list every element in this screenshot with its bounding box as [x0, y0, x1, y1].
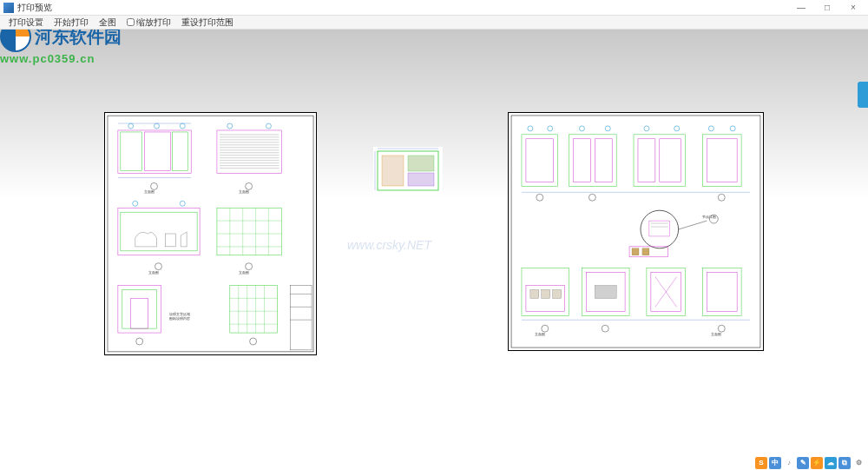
svg-rect-37: [165, 234, 175, 247]
svg-point-33: [246, 182, 253, 189]
svg-rect-35: [118, 208, 200, 255]
brand-url: www.pc0359.cn: [0, 52, 122, 65]
svg-rect-104: [642, 248, 649, 255]
maximize-button[interactable]: □: [819, 2, 835, 14]
drawing-sheet-center: [373, 147, 443, 195]
svg-point-66: [250, 338, 257, 345]
svg-point-122: [718, 325, 725, 332]
tray-icon-1[interactable]: ♪: [783, 457, 795, 469]
menu-full-view[interactable]: 全图: [94, 17, 122, 29]
svg-rect-86: [638, 139, 655, 182]
svg-rect-52: [118, 286, 161, 334]
svg-rect-6: [121, 132, 142, 171]
svg-rect-96: [649, 221, 670, 236]
menubar: 打印设置 开始打印 全图 缩放打印 重设打印范围: [0, 16, 868, 30]
menu-zoom-print[interactable]: 缩放打印: [122, 17, 176, 29]
menu-start-print[interactable]: 开始打印: [49, 17, 94, 29]
svg-line-99: [679, 221, 707, 229]
svg-rect-116: [647, 268, 686, 316]
svg-rect-121: [707, 273, 737, 312]
svg-text:立面图: 立面图: [535, 332, 545, 336]
tray-icon-6[interactable]: ⚙: [852, 457, 865, 469]
brand-text: 河东软件园: [35, 30, 122, 49]
svg-point-11: [128, 123, 134, 129]
svg-rect-5: [118, 130, 191, 174]
svg-point-82: [579, 126, 584, 131]
svg-rect-103: [632, 248, 639, 255]
svg-rect-73: [511, 116, 760, 348]
svg-text:立面图: 立面图: [711, 332, 721, 336]
svg-line-119: [655, 277, 677, 308]
svg-rect-16: [217, 130, 281, 174]
svg-rect-81: [595, 139, 612, 182]
tray-icon-2[interactable]: ✎: [797, 457, 809, 469]
svg-point-32: [266, 123, 271, 129]
side-tab[interactable]: [858, 82, 868, 108]
svg-rect-106: [526, 286, 565, 312]
svg-point-100: [709, 215, 718, 223]
svg-point-39: [180, 201, 185, 206]
tray-icon-5[interactable]: ⧉: [838, 457, 851, 469]
svg-point-13: [180, 123, 185, 129]
svg-rect-108: [542, 290, 550, 299]
svg-text:立面图: 立面图: [148, 270, 159, 275]
svg-text:说明文字区域: 说明文字区域: [169, 312, 190, 316]
tray-icon-3[interactable]: ⚡: [811, 457, 823, 469]
svg-rect-70: [408, 173, 434, 186]
svg-rect-105: [522, 268, 569, 316]
svg-rect-85: [634, 135, 686, 187]
svg-rect-42: [217, 208, 281, 255]
app-icon: [3, 3, 14, 13]
zoom-print-checkbox[interactable]: [127, 18, 135, 26]
svg-rect-113: [586, 273, 625, 312]
svg-point-110: [542, 325, 549, 332]
taskbar: S 中 ♪ ✎ ⚡ ☁ ⧉ ⚙: [752, 455, 868, 470]
svg-rect-8: [172, 132, 187, 171]
svg-rect-90: [702, 135, 741, 187]
svg-rect-67: [378, 151, 438, 190]
minimize-button[interactable]: —: [793, 2, 809, 14]
svg-rect-74: [522, 135, 558, 187]
svg-rect-58: [230, 286, 278, 334]
svg-point-89: [674, 126, 680, 131]
svg-point-88: [644, 126, 649, 131]
svg-point-38: [133, 201, 138, 206]
svg-point-77: [548, 126, 553, 131]
window-controls: — □ ×: [793, 2, 865, 14]
svg-point-83: [605, 126, 610, 131]
svg-rect-36: [121, 212, 197, 251]
svg-point-14: [151, 182, 158, 189]
svg-text:图纸说明内容: 图纸说明内容: [169, 316, 190, 321]
svg-point-78: [536, 194, 543, 201]
svg-point-94: [718, 194, 725, 201]
menu-reset-area[interactable]: 重设打印范围: [176, 17, 239, 29]
svg-point-84: [589, 194, 595, 201]
close-button[interactable]: ×: [845, 2, 861, 14]
svg-line-118: [655, 277, 677, 308]
window-title: 打印预览: [17, 2, 793, 14]
svg-point-50: [246, 263, 253, 270]
svg-point-93: [730, 126, 735, 131]
svg-rect-68: [382, 156, 404, 186]
svg-rect-109: [553, 290, 562, 299]
menu-print-settings[interactable]: 打印设置: [3, 17, 49, 29]
svg-text:立面图: 立面图: [239, 270, 249, 275]
svg-rect-102: [629, 247, 668, 257]
svg-rect-80: [574, 139, 591, 182]
canvas-area[interactable]: 河东软件园 www.pc0359.cn www.crsky.NET: [0, 30, 868, 455]
svg-text:立面图: 立面图: [144, 189, 155, 194]
svg-rect-91: [707, 139, 737, 182]
svg-rect-54: [131, 298, 148, 328]
tray-icon-4[interactable]: ☁: [825, 457, 837, 469]
svg-rect-112: [582, 268, 629, 316]
ime-icon[interactable]: S: [755, 457, 767, 469]
drawing-sheet-right: 节点详图 立面图: [508, 112, 764, 351]
svg-point-40: [155, 263, 162, 270]
svg-point-95: [641, 210, 679, 248]
lang-icon[interactable]: 中: [769, 457, 781, 469]
svg-point-31: [227, 123, 233, 129]
svg-text:节点详图: 节点详图: [702, 215, 716, 219]
svg-point-12: [155, 123, 160, 129]
svg-rect-7: [145, 132, 171, 171]
svg-rect-107: [530, 290, 539, 299]
